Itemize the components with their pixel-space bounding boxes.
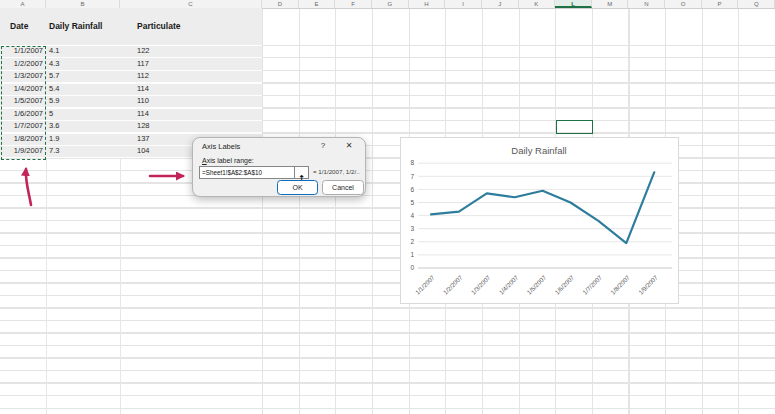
column-header-l[interactable]: L: [555, 0, 592, 8]
table-cell[interactable]: 3.6: [49, 120, 59, 133]
column-header-c[interactable]: C: [120, 0, 262, 8]
axis-label-range-label: Axis label range:: [202, 157, 254, 164]
svg-text:6: 6: [410, 186, 414, 193]
column-header-h[interactable]: H: [409, 0, 446, 8]
column-header-k[interactable]: K: [519, 0, 556, 8]
marching-ants-selection: [1, 46, 46, 161]
table-cell[interactable]: 112: [137, 70, 149, 83]
column-header-n[interactable]: N: [629, 0, 666, 8]
axis-labels-dialog: Axis Labels ? ✕ Axis label range: =Sheet…: [192, 137, 366, 197]
column-header-d[interactable]: D: [262, 0, 299, 8]
dialog-title: Axis Labels: [202, 142, 240, 151]
column-header-f[interactable]: F: [335, 0, 372, 8]
cancel-button[interactable]: Cancel: [322, 180, 364, 195]
table-header-cell[interactable]: Daily Rainfall: [49, 21, 102, 31]
active-cell-border[interactable]: [556, 120, 593, 134]
svg-text:0: 0: [410, 264, 414, 271]
column-header-o[interactable]: O: [665, 0, 702, 8]
table-cell[interactable]: 5.4: [49, 83, 59, 96]
column-header-i[interactable]: I: [445, 0, 482, 8]
table-cell[interactable]: 5: [49, 108, 53, 121]
svg-text:2: 2: [410, 238, 414, 245]
svg-text:3: 3: [410, 225, 414, 232]
svg-text:Daily Rainfall: Daily Rainfall: [511, 145, 566, 156]
svg-text:1/7/2007: 1/7/2007: [581, 273, 603, 295]
svg-text:1/2/2007: 1/2/2007: [442, 273, 464, 295]
table-cell[interactable]: 110: [137, 95, 149, 108]
table-header-cell[interactable]: Date: [10, 21, 28, 31]
column-header-e[interactable]: E: [299, 0, 336, 8]
table-cell[interactable]: 5.9: [49, 95, 59, 108]
column-header-b[interactable]: B: [46, 0, 120, 8]
table-cell[interactable]: 137: [137, 133, 150, 146]
rainfall-chart[interactable]: Daily Rainfall0123456781/1/20071/2/20071…: [400, 137, 679, 304]
axis-range-input[interactable]: =Sheet1!$A$2:$A$10: [202, 167, 294, 178]
column-header-g[interactable]: G: [372, 0, 409, 8]
column-header-m[interactable]: M: [592, 0, 629, 8]
column-header-p[interactable]: P: [702, 0, 739, 8]
svg-text:1/9/2007: 1/9/2007: [637, 273, 659, 295]
svg-text:4: 4: [410, 212, 414, 219]
svg-text:1/4/2007: 1/4/2007: [497, 273, 519, 295]
column-header-q[interactable]: Q: [738, 0, 775, 8]
table-cell[interactable]: 128: [137, 120, 150, 133]
svg-text:1/6/2007: 1/6/2007: [553, 273, 575, 295]
svg-text:7: 7: [410, 173, 414, 180]
table-cell[interactable]: 4.3: [49, 58, 59, 71]
column-header-j[interactable]: J: [482, 0, 519, 8]
table-cell[interactable]: 114: [137, 108, 149, 121]
axis-range-input-group: =Sheet1!$A$2:$A$10 ↥: [199, 166, 309, 179]
svg-text:1/1/2007: 1/1/2007: [414, 273, 436, 295]
range-picker-button[interactable]: ↥: [294, 167, 308, 178]
svg-text:1: 1: [410, 251, 414, 258]
excel-worksheet: { "sheet": { "column_letters": ["A","B",…: [0, 0, 775, 414]
table-cell[interactable]: 114: [137, 83, 149, 96]
table-cell[interactable]: 104: [137, 145, 150, 158]
svg-text:5: 5: [410, 199, 414, 206]
svg-text:1/5/2007: 1/5/2007: [525, 273, 547, 295]
chart-plot-area: Daily Rainfall0123456781/1/20071/2/20071…: [401, 138, 676, 301]
table-cell[interactable]: 7.3: [49, 145, 59, 158]
table-cell[interactable]: 122: [137, 45, 150, 58]
close-icon[interactable]: ✕: [343, 140, 355, 152]
table-cell[interactable]: 1.9: [49, 133, 59, 146]
ok-button[interactable]: OK: [277, 180, 318, 195]
range-preview-text: = 1/1/2007, 1/2/..: [313, 168, 360, 175]
help-icon[interactable]: ?: [317, 140, 329, 152]
table-cell[interactable]: 5.7: [49, 70, 59, 83]
table-cell[interactable]: 117: [137, 58, 149, 71]
svg-text:8: 8: [410, 159, 414, 166]
table-cell[interactable]: 4.1: [49, 45, 59, 58]
svg-text:1/8/2007: 1/8/2007: [609, 273, 631, 295]
svg-text:1/3/2007: 1/3/2007: [470, 273, 492, 295]
table-header-cell[interactable]: Particulate: [137, 21, 180, 31]
column-header-a[interactable]: A: [0, 0, 46, 8]
